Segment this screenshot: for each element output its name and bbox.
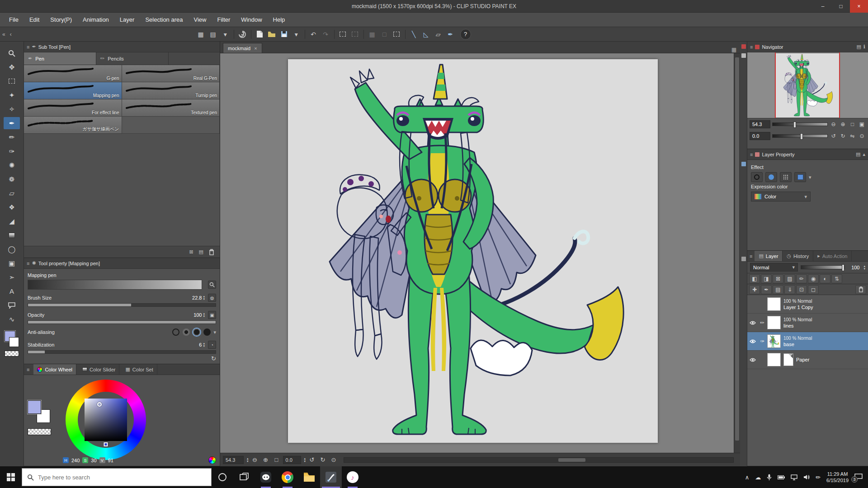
merge-down-icon[interactable]: ⊡ [796,285,807,294]
decoration-tool-icon[interactable]: ❁ [4,173,20,185]
save-icon[interactable] [278,28,290,40]
delete-layer-icon[interactable] [855,285,866,294]
angle-left-icon[interactable]: ‹ [8,31,14,38]
lock-icon[interactable]: ⊠ [189,249,193,255]
selection-tool-icon[interactable] [4,75,20,87]
draft-layer-icon[interactable]: ✏ [796,274,807,283]
layer-tab-icon[interactable] [741,257,746,261]
sub-color-swatch[interactable] [9,337,19,347]
minimize-button[interactable]: – [814,0,832,13]
zoom-value[interactable]: 54.3 [223,456,244,464]
enable-mask-icon[interactable]: ◐ [820,274,830,283]
menu-view[interactable]: View [189,13,212,27]
aa-weak-button[interactable] [183,328,190,336]
aa-strong-button[interactable] [203,328,211,336]
layer-row-lines[interactable]: ✏ 100 % Normal lines [747,314,868,332]
layer-property-tab-icon[interactable] [741,162,746,166]
navigator-rotation-slider[interactable] [772,134,828,138]
nav-zoom-in-icon[interactable]: ⊕ [839,121,847,128]
brush-item-real-gpen[interactable]: Real G-Pen [122,65,220,82]
menu-story[interactable]: Story(P) [45,13,77,27]
color-mixer-icon[interactable] [208,456,216,464]
menu-help[interactable]: Help [268,13,291,27]
menu-selection-area[interactable]: Selection area [140,13,188,27]
save-dropdown-icon[interactable]: ▾ [290,28,302,40]
new-folder-icon[interactable]: ▤ [773,285,783,294]
nav-rotate-cw-icon[interactable]: ↻ [839,132,847,140]
rotate-cw-icon[interactable]: ↻ [318,455,327,465]
navigator-zoom-value[interactable]: 54.3 [750,120,770,128]
tab-pen[interactable]: ✒ Pen [24,52,96,65]
undo-icon[interactable]: ↶ [307,28,320,40]
rotation-spinner[interactable]: ▴▾ [304,457,306,463]
brush-item-effect-line[interactable]: For effect line [24,99,122,117]
copy-subtool-icon[interactable]: ▤ [199,249,203,255]
layer-opacity-slider[interactable] [801,265,845,269]
layer-row-layer1-copy[interactable]: 100 % Normal Layer 1 Copy [747,295,868,314]
clip-studio-swirl-icon[interactable] [236,28,249,40]
brush-tool-icon[interactable]: ✑ [4,145,20,157]
close-button[interactable]: × [850,0,868,13]
lock-layer-icon[interactable]: ⊠ [773,274,783,283]
panel-menu-icon[interactable]: ≡ [24,367,31,372]
stabilization-dynamics-icon[interactable]: ◔ [208,341,216,349]
selection-border-icon[interactable]: □ [378,28,391,40]
layer-row-base-selected[interactable]: ✑ 100 % Normal base [747,332,868,351]
menu-layer[interactable]: Layer [114,13,140,27]
vertical-scroll-thumb[interactable] [735,57,739,441]
menu-animation[interactable]: Animation [77,13,114,27]
pen-tool-icon[interactable]: ✒ [4,117,20,129]
navigator-rotation-value[interactable]: 0.0 [750,132,770,140]
deselect-icon[interactable] [337,28,349,40]
border-effect-button[interactable] [751,172,763,182]
auto-select-tool-icon[interactable]: ✦ [4,89,20,101]
nav-fit-icon[interactable]: □ [849,121,856,128]
dropdown-icon[interactable]: ▾ [219,28,231,40]
transfer-layer-icon[interactable]: ⇓ [784,285,795,294]
opacity-dynamics-icon[interactable]: ▣ [208,311,216,319]
reset-all-settings-icon[interactable]: ↻ [211,355,216,362]
canvas-tab-mockmaid[interactable]: mockmaid × [223,43,262,53]
expression-color-select[interactable]: Color ▾ [751,192,811,202]
zoom-spinner[interactable]: ▴▾ [247,457,249,463]
action-center-button[interactable]: 3 [854,474,863,481]
new-raster-layer-icon[interactable]: ✚ [749,285,760,294]
menu-file[interactable]: File [4,13,24,27]
visibility-toggle[interactable] [747,358,758,362]
collapse-left-icon[interactable]: « [0,31,8,38]
itunes-button[interactable]: ♪ [342,466,363,488]
tab-color-set[interactable]: ▦ Color Set [122,364,157,375]
snap-special-icon[interactable]: ▱ [432,28,444,40]
microphone-icon[interactable] [767,474,772,481]
hidden-icons-chevron[interactable]: ∧ [745,474,750,481]
onedrive-cloud-icon[interactable]: ☁ [755,474,761,481]
panel-menu-icon[interactable]: ≡ [747,251,755,261]
file-explorer-button[interactable] [298,466,320,488]
nav-reset-icon[interactable]: ⊙ [858,132,866,140]
brush-size-spinner[interactable]: ▴▾ [203,295,205,300]
opacity-slider[interactable] [28,320,216,324]
pass-through-icon[interactable]: ◧ [749,274,760,283]
panel-menu-icon[interactable]: ≡ [750,44,753,50]
eyedropper-tool-icon[interactable]: ✧ [4,103,20,115]
maximize-button[interactable]: □ [832,0,850,13]
saturation-value-square[interactable] [85,399,127,441]
tab-auto-action[interactable]: ▸ Auto Action [813,251,852,261]
vertical-scrollbar[interactable] [734,53,740,453]
layer-color-dropdown-icon[interactable]: ▾ [809,174,811,180]
main-color-swatch[interactable] [28,400,41,414]
mask-icon[interactable]: ◻ [808,285,819,294]
aa-none-button[interactable] [172,328,179,336]
hue-wheel[interactable] [66,380,146,460]
tone-effect-button[interactable] [765,172,777,182]
tab-history[interactable]: ◷ History [783,251,813,261]
navigator-preview[interactable] [747,52,868,118]
new-vector-layer-icon[interactable]: ✒ [761,285,772,294]
menu-filter[interactable]: Filter [212,13,236,27]
dock-icon[interactable]: ▤ [856,151,860,157]
layer-row-paper[interactable]: Paper [747,351,868,369]
reselect-icon[interactable] [349,28,361,40]
horizontal-scroll-thumb[interactable] [558,458,585,462]
info-icon[interactable]: ℹ [863,44,865,50]
hue-marker[interactable] [104,442,108,446]
